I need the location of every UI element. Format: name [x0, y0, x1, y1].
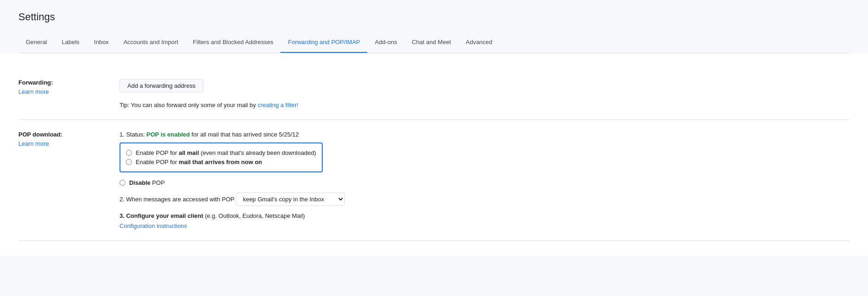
tab-inbox[interactable]: Inbox — [87, 32, 116, 53]
pop-status-line: 1. Status: POP is enabled for all mail t… — [120, 131, 850, 138]
pop-status-suffix: for all mail that has arrived since 5/25… — [192, 131, 299, 138]
pop-radio-from-now[interactable]: Enable POP for mail that arrives from no… — [126, 159, 316, 165]
pop-radio-from-now-label: Enable POP for mail that arrives from no… — [136, 159, 262, 165]
pop-radio-disable[interactable]: Disable POP — [120, 179, 850, 186]
tip-text-prefix: Tip: You can also forward only some of y… — [120, 102, 256, 108]
pop-radio-from-now-input[interactable] — [126, 159, 132, 165]
pop-step3: 3. Configure your email client (e.g. Out… — [120, 212, 850, 219]
pop-label-title: POP download: — [18, 131, 105, 138]
forwarding-learn-more[interactable]: Learn more — [18, 88, 49, 95]
pop-radio-all-mail[interactable]: Enable POP for all mail (even mail that'… — [126, 149, 316, 156]
page-title: Settings — [18, 11, 850, 23]
pop-label: POP download: Learn more — [18, 131, 120, 147]
forwarding-tip: Tip: You can also forward only some of y… — [120, 102, 850, 108]
pop-radio-disable-input[interactable] — [120, 180, 126, 186]
tab-filters-blocked[interactable]: Filters and Blocked Addresses — [186, 32, 281, 53]
pop-step3-prefix: 3. Configure your email client — [120, 212, 203, 219]
pop-radio-disable-label: Disable POP — [129, 179, 165, 186]
tab-advanced[interactable]: Advanced — [458, 32, 500, 53]
pop-step3-suffix: (e.g. Outlook, Eudora, Netscape Mail) — [205, 212, 305, 219]
forwarding-section: Forwarding: Learn more Add a forwarding … — [18, 68, 850, 120]
pop-content: 1. Status: POP is enabled for all mail t… — [120, 131, 850, 229]
pop-radio-all-mail-input[interactable] — [126, 150, 132, 156]
forwarding-content: Add a forwarding address Tip: You can al… — [120, 79, 850, 108]
tab-add-ons[interactable]: Add-ons — [367, 32, 404, 53]
tabs-nav: GeneralLabelsInboxAccounts and ImportFil… — [18, 32, 850, 53]
tab-chat-meet[interactable]: Chat and Meet — [405, 32, 458, 53]
pop-when-accessed-select[interactable]: keep Gmail's copy in the Inboxmark Gmail… — [236, 193, 345, 206]
tab-labels[interactable]: Labels — [54, 32, 86, 53]
pop-radio-bordered-group: Enable POP for all mail (even mail that'… — [120, 142, 323, 172]
pop-radio-all-mail-label: Enable POP for all mail (even mail that'… — [136, 149, 316, 156]
pop-status-enabled: POP is enabled — [147, 131, 190, 138]
forwarding-label: Forwarding: Learn more — [18, 79, 120, 95]
config-instructions-link[interactable]: Configuration instructions — [120, 222, 187, 229]
pop-step2: 2. When messages are accessed with POP k… — [120, 193, 850, 206]
pop-learn-more[interactable]: Learn more — [18, 140, 49, 147]
content-area: Forwarding: Learn more Add a forwarding … — [0, 53, 868, 256]
pop-status-text: 1. Status: — [120, 131, 145, 138]
tab-general[interactable]: General — [18, 32, 54, 53]
add-forwarding-button[interactable]: Add a forwarding address — [120, 79, 203, 92]
pop-step2-prefix: 2. When messages are accessed with POP — [120, 196, 234, 203]
tab-accounts-import[interactable]: Accounts and Import — [116, 32, 185, 53]
tab-forwarding-pop-imap[interactable]: Forwarding and POP/IMAP — [280, 32, 367, 53]
pop-download-section: POP download: Learn more 1. Status: POP … — [18, 120, 850, 241]
creating-filter-link[interactable]: creating a filter! — [257, 102, 298, 108]
forwarding-label-title: Forwarding: — [18, 79, 105, 86]
